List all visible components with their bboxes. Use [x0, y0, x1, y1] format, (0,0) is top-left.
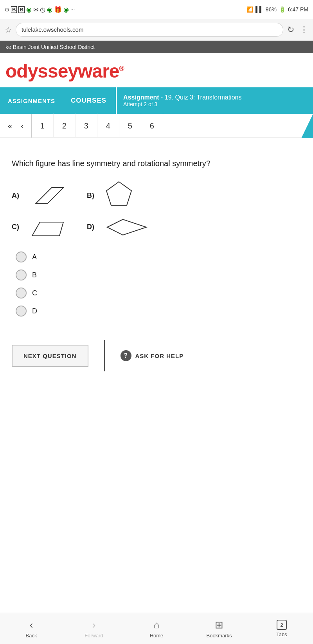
app-icon-b2: B	[18, 6, 24, 13]
option-b[interactable]: B	[16, 270, 301, 280]
registered-mark: ®	[119, 65, 124, 72]
pagination-bar: « ‹ 1 2 3 4 5 6	[0, 114, 313, 138]
refresh-icon[interactable]: ↻	[287, 25, 294, 35]
app-icon-green: ◉	[26, 6, 32, 13]
browser-action-icons: ↻ ⋮	[287, 25, 308, 35]
figure-c: C)	[12, 214, 67, 240]
app-icon-gift: 🎁	[54, 6, 62, 13]
page-3[interactable]: 3	[76, 114, 97, 138]
app-icon-android: ◉	[63, 6, 69, 13]
radio-a[interactable]	[16, 251, 27, 262]
ask-for-help-button[interactable]: ? ASK FOR HELP	[121, 350, 184, 361]
option-c[interactable]: C	[16, 288, 301, 298]
first-page-icon[interactable]: «	[5, 120, 14, 132]
svg-marker-3	[107, 219, 146, 235]
logo-bar: odysseyware®	[0, 53, 313, 87]
question-text: Which figure has line symmetry and rotat…	[12, 158, 301, 169]
figure-d-label: D)	[87, 223, 98, 231]
page-5[interactable]: 5	[119, 114, 141, 138]
option-a-label: A	[32, 253, 37, 261]
option-b-label: B	[32, 271, 37, 279]
assignments-label: ASSIGNMENTS	[8, 98, 55, 104]
tabs-badge: 2	[277, 620, 287, 630]
figure-c-label: C)	[12, 223, 23, 231]
svg-marker-1	[106, 182, 131, 205]
figure-a-parallelogram	[28, 184, 67, 207]
battery-icon: 🔋	[279, 6, 286, 13]
nav-assignments[interactable]: ASSIGNMENTS	[0, 87, 63, 114]
district-banner: ke Basin Joint Unified School District	[0, 41, 313, 53]
logo-text: odysseyware	[5, 61, 119, 81]
nav-courses[interactable]: COURSES	[63, 87, 114, 114]
help-circle-icon: ?	[121, 350, 131, 361]
odysseyware-logo: odysseyware®	[5, 60, 308, 82]
figures-row-2: C) D)	[12, 214, 301, 240]
option-d[interactable]: D	[16, 306, 301, 317]
back-arrow-icon: ‹	[30, 619, 33, 631]
app-icon-clock: ◷	[40, 6, 45, 13]
svg-marker-0	[36, 188, 63, 203]
more-icon: ···	[70, 6, 75, 13]
bookmarks-label: Bookmarks	[206, 633, 232, 639]
nav-bookmarks[interactable]: ⊞ Bookmarks	[203, 619, 235, 639]
figure-a: A)	[12, 184, 67, 207]
page-4[interactable]: 4	[97, 114, 119, 138]
bottom-actions: NEXT QUESTION ? ASK FOR HELP	[12, 340, 301, 383]
bookmarks-icon: ⊞	[215, 619, 223, 631]
figure-b-pentagon	[103, 180, 135, 211]
nav-home[interactable]: ⌂ Home	[141, 619, 172, 639]
ask-for-help-label: ASK FOR HELP	[135, 353, 184, 359]
browser-bar: ☆ tulelake.owschools.com ↻ ⋮	[0, 19, 313, 41]
district-text: ke Basin Joint Unified School District	[5, 44, 95, 50]
next-question-button[interactable]: NEXT QUESTION	[12, 345, 88, 367]
back-label: Back	[26, 633, 37, 639]
bottom-divider	[104, 340, 105, 371]
notification-icon: ⊙	[5, 6, 9, 13]
nav-arrows: « ‹	[0, 114, 32, 137]
nav-back[interactable]: ‹ Back	[16, 619, 47, 639]
bookmark-star-icon[interactable]: ☆	[5, 25, 12, 34]
forward-label: Forward	[85, 633, 103, 639]
menu-dots-icon[interactable]: ⋮	[300, 25, 308, 35]
option-d-label: D	[32, 307, 37, 315]
home-label: Home	[150, 633, 164, 639]
status-icons-right: 📶 ▌▌ 96% 🔋 6:47 PM	[246, 6, 308, 13]
option-a[interactable]: A	[16, 251, 301, 262]
nav-forward[interactable]: › Forward	[78, 619, 110, 639]
nav-tabs[interactable]: 2 Tabs	[266, 620, 297, 637]
page-1[interactable]: 1	[32, 114, 54, 138]
page-2[interactable]: 2	[54, 114, 76, 138]
option-c-label: C	[32, 289, 37, 297]
page-6[interactable]: 6	[141, 114, 163, 138]
figure-d-shape	[103, 216, 150, 238]
wifi-icon: 📶	[246, 6, 253, 13]
figure-c-shape	[28, 214, 67, 240]
figure-b-label: B)	[87, 192, 98, 200]
prev-page-icon[interactable]: ‹	[18, 120, 26, 132]
url-text: tulelake.owschools.com	[22, 26, 83, 33]
tab-count: 2	[280, 622, 283, 628]
assignment-info: Assignment - 19. Quiz 3: Transformations…	[116, 87, 248, 114]
svg-marker-2	[32, 222, 63, 236]
radio-c[interactable]	[16, 288, 27, 298]
app-icon-b1: B	[11, 6, 17, 13]
url-bar[interactable]: tulelake.owschools.com	[16, 23, 283, 37]
courses-label: COURSES	[71, 97, 106, 105]
figures-row-1: A) B)	[12, 180, 301, 211]
figure-b: B)	[87, 180, 135, 211]
bottom-browser-nav: ‹ Back › Forward ⌂ Home ⊞ Bookmarks 2 Ta…	[0, 613, 313, 644]
status-icons-left: ⊙ B B ◉ ✉ ◷ ◉ 🎁 ◉ ···	[5, 6, 75, 13]
radio-d[interactable]	[16, 306, 27, 317]
app-icon-mail: ✉	[33, 6, 38, 13]
figure-d: D)	[87, 216, 150, 238]
assignment-label: Assignment	[123, 94, 159, 101]
page-numbers: 1 2 3 4 5 6	[32, 114, 313, 138]
app-icon-robot: ◉	[47, 6, 52, 13]
home-icon: ⌂	[153, 619, 160, 631]
assignment-name: - 19. Quiz 3: Transformations	[159, 94, 242, 101]
assignment-title: Assignment - 19. Quiz 3: Transformations	[123, 94, 241, 101]
radio-b[interactable]	[16, 270, 27, 280]
attempt-text: Attempt 2 of 3	[123, 101, 241, 107]
figures-area: A) B) C)	[12, 180, 301, 240]
nav-bar: ASSIGNMENTS COURSES Assignment - 19. Qui…	[0, 87, 313, 114]
